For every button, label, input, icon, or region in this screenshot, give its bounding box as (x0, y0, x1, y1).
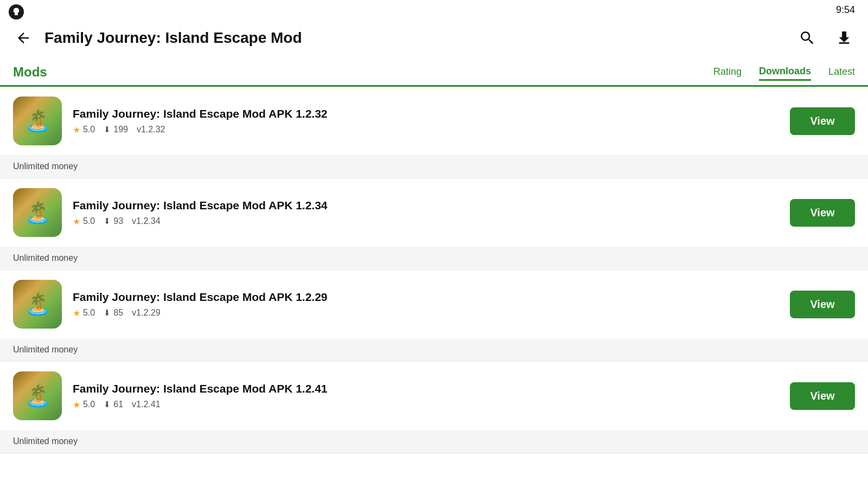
header-left: Family Journey: Island Escape Mod (13, 28, 302, 48)
version-item-2: v1.2.34 (132, 216, 160, 226)
downloads-value-2: 93 (113, 216, 123, 226)
rating-value-1: 5.0 (83, 125, 95, 134)
mod-meta-4: ★ 5.0 ⬇ 61 v1.2.41 (73, 400, 779, 410)
mod-card-1: Family Journey: Island Escape Mod APK 1.… (0, 87, 868, 178)
rating-item-4: ★ 5.0 (73, 400, 95, 410)
view-button-4[interactable]: View (790, 382, 855, 410)
version-value-4: v1.2.41 (132, 400, 160, 409)
rating-item-3: ★ 5.0 (73, 308, 95, 318)
status-bar: 9:54 (0, 0, 868, 20)
back-icon (15, 30, 31, 46)
tab-bar: Mods Rating Downloads Latest (0, 59, 868, 87)
mod-info-2: Family Journey: Island Escape Mod APK 1.… (73, 199, 779, 227)
page-title: Family Journey: Island Escape Mod (44, 29, 302, 47)
status-time: 9:54 (836, 4, 855, 16)
mod-meta-1: ★ 5.0 ⬇ 199 v1.2.32 (73, 125, 779, 135)
rating-value-2: 5.0 (83, 216, 95, 226)
mod-thumbnail-1 (13, 97, 62, 145)
rating-value-4: 5.0 (83, 400, 95, 409)
download-icon (835, 29, 853, 47)
downloads-item-4: ⬇ 61 (104, 400, 123, 409)
search-button[interactable] (796, 27, 818, 49)
mod-main-row-2: Family Journey: Island Escape Mod APK 1.… (0, 178, 868, 247)
mod-thumbnail-4 (13, 371, 62, 420)
header: Family Journey: Island Escape Mod (0, 20, 868, 59)
version-value-2: v1.2.34 (132, 216, 160, 226)
mod-main-row-4: Family Journey: Island Escape Mod APK 1.… (0, 362, 868, 430)
view-button-2[interactable]: View (790, 199, 855, 227)
app-logo (9, 4, 24, 20)
mod-title-3: Family Journey: Island Escape Mod APK 1.… (73, 291, 779, 304)
tab-rating[interactable]: Rating (713, 64, 742, 80)
downloads-value-3: 85 (113, 308, 123, 318)
star-icon-2: ★ (73, 216, 80, 227)
mod-info-4: Family Journey: Island Escape Mod APK 1.… (73, 382, 779, 410)
tab-bar-left: Mods (13, 65, 47, 80)
mod-main-row-1: Family Journey: Island Escape Mod APK 1.… (0, 87, 868, 155)
download-small-icon-1: ⬇ (104, 125, 111, 134)
back-button[interactable] (13, 28, 34, 48)
mod-title-1: Family Journey: Island Escape Mod APK 1.… (73, 107, 779, 120)
mod-thumbnail-2 (13, 188, 62, 237)
search-icon (799, 29, 816, 47)
download-button[interactable] (833, 27, 855, 49)
tab-latest[interactable]: Latest (828, 64, 855, 80)
downloads-item-1: ⬇ 199 (104, 125, 128, 134)
mods-label: Mods (13, 65, 47, 80)
mod-card-3: Family Journey: Island Escape Mod APK 1.… (0, 270, 868, 362)
mod-meta-2: ★ 5.0 ⬇ 93 v1.2.34 (73, 216, 779, 227)
mod-main-row-3: Family Journey: Island Escape Mod APK 1.… (0, 270, 868, 338)
star-icon-1: ★ (73, 125, 80, 135)
version-value-1: v1.2.32 (137, 125, 165, 134)
mod-info-3: Family Journey: Island Escape Mod APK 1.… (73, 291, 779, 318)
view-button-3[interactable]: View (790, 291, 855, 318)
star-icon-3: ★ (73, 308, 80, 318)
mod-card-2: Family Journey: Island Escape Mod APK 1.… (0, 178, 868, 270)
content-area: Family Journey: Island Escape Mod APK 1.… (0, 87, 868, 453)
download-small-icon-4: ⬇ (104, 400, 111, 409)
logo-icon (11, 7, 21, 17)
version-value-3: v1.2.29 (132, 308, 160, 318)
header-right (796, 27, 855, 49)
downloads-value-1: 199 (113, 125, 128, 134)
tab-downloads[interactable]: Downloads (759, 63, 811, 81)
version-item-3: v1.2.29 (132, 308, 160, 318)
mod-tag-4: Unlimited money (0, 430, 868, 453)
mod-title-2: Family Journey: Island Escape Mod APK 1.… (73, 199, 779, 212)
downloads-value-4: 61 (113, 400, 123, 409)
download-small-icon-3: ⬇ (104, 308, 111, 318)
mod-tag-1: Unlimited money (0, 155, 868, 178)
version-item-4: v1.2.41 (132, 400, 160, 409)
view-button-1[interactable]: View (790, 107, 855, 135)
mod-card-4: Family Journey: Island Escape Mod APK 1.… (0, 362, 868, 453)
downloads-item-2: ⬇ 93 (104, 216, 123, 226)
downloads-item-3: ⬇ 85 (104, 308, 123, 318)
version-item-1: v1.2.32 (137, 125, 165, 134)
mod-tag-2: Unlimited money (0, 247, 868, 269)
mod-meta-3: ★ 5.0 ⬇ 85 v1.2.29 (73, 308, 779, 318)
rating-item-2: ★ 5.0 (73, 216, 95, 227)
star-icon-4: ★ (73, 400, 80, 410)
download-small-icon-2: ⬇ (104, 216, 111, 226)
rating-value-3: 5.0 (83, 308, 95, 318)
rating-item-1: ★ 5.0 (73, 125, 95, 135)
tab-bar-right: Rating Downloads Latest (713, 63, 855, 81)
mod-thumbnail-3 (13, 280, 62, 329)
mod-info-1: Family Journey: Island Escape Mod APK 1.… (73, 107, 779, 135)
mod-title-4: Family Journey: Island Escape Mod APK 1.… (73, 382, 779, 395)
mod-tag-3: Unlimited money (0, 338, 868, 361)
